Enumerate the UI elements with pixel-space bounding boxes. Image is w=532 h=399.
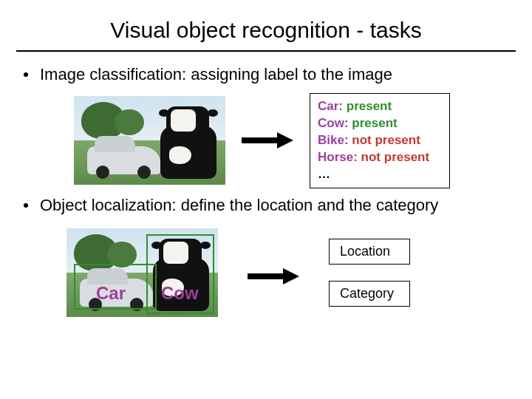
label-line-horse: Horse: not present — [318, 149, 439, 166]
cow-graphic — [154, 103, 222, 185]
label-value: not present — [361, 150, 430, 164]
bullet-localization-text: Object localization: define the location… — [40, 196, 438, 215]
title-underline — [16, 50, 516, 52]
bbox-label-car: Car — [96, 283, 126, 304]
bullet-classification-text: Image classification: assigning label to… — [40, 65, 392, 84]
bullet-classification: Image classification: assigning label to… — [0, 65, 532, 84]
label-ellipsis: … — [318, 166, 439, 183]
label-value: present — [347, 99, 392, 113]
car-graphic — [87, 146, 161, 174]
arrow-right-icon — [242, 135, 293, 146]
label-key: Cow: — [318, 116, 349, 130]
label-key: Bike: — [318, 133, 349, 147]
localization-example: Car Cow Location Category — [0, 228, 532, 317]
classification-example: Car: present Cow: present Bike: not pres… — [0, 93, 532, 188]
label-line-car: Car: present — [318, 98, 439, 115]
localization-output: Location Category — [329, 239, 410, 307]
bbox-label-cow: Cow — [161, 283, 199, 304]
arrow-right-icon — [248, 271, 299, 282]
label-key: Horse: — [318, 150, 358, 164]
category-box: Category — [329, 281, 410, 307]
label-value: not present — [352, 133, 420, 147]
label-line-bike: Bike: not present — [318, 132, 439, 149]
example-image-1 — [74, 96, 225, 185]
bullet-localization: Object localization: define the location… — [0, 196, 532, 215]
label-line-cow: Cow: present — [318, 115, 439, 132]
classification-labels-box: Car: present Cow: present Bike: not pres… — [310, 93, 450, 188]
location-box: Location — [329, 239, 410, 265]
label-value: present — [352, 116, 397, 130]
label-key: Car: — [318, 99, 343, 113]
bullet-dot-icon — [24, 203, 28, 208]
example-image-2: Car Cow — [66, 228, 218, 317]
bullet-dot-icon — [24, 72, 28, 77]
slide-title: Visual object recognition - tasks — [0, 0, 532, 50]
